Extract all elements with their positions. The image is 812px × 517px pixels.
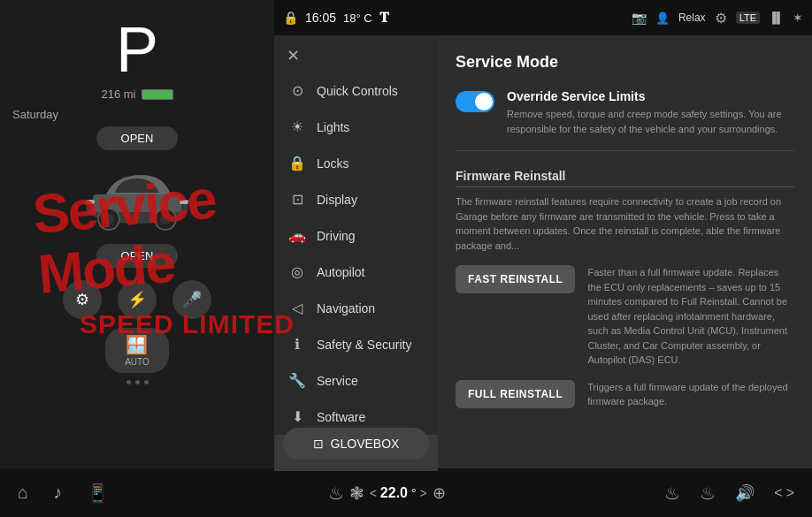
glovebox-button[interactable]: ⊡ GLOVEBOX xyxy=(283,428,429,460)
nav-forward-button[interactable]: > xyxy=(786,485,794,501)
mileage-display: 216 mi xyxy=(101,87,172,101)
menu-item-locks[interactable]: 🔒 Locks xyxy=(274,145,438,181)
gear-indicator: P xyxy=(116,13,158,86)
menu-label-navigation: Navigation xyxy=(317,301,375,316)
menu-item-service[interactable]: 🔧 Service xyxy=(274,362,438,399)
glovebox-label: GLOVEBOX xyxy=(331,437,400,451)
fan-speed-icon[interactable]: ❃ xyxy=(349,483,364,504)
tesla-logo: 𝐓 xyxy=(379,10,389,26)
lights-icon: ☀ xyxy=(288,118,306,135)
speed-value: 22.0 xyxy=(380,485,408,501)
service-icon: 🔧 xyxy=(288,372,306,389)
svg-point-5 xyxy=(160,214,171,224)
day-label: Saturday xyxy=(12,108,58,121)
driving-icon: 🚗 xyxy=(288,227,306,244)
menu-label-driving: Driving xyxy=(317,229,356,243)
menu-label-quick-controls: Quick Controls xyxy=(317,84,398,98)
phone-icon[interactable]: 📱 xyxy=(87,483,109,504)
firmware-section: Firmware Reinstall The firmware reinstal… xyxy=(456,169,794,409)
menu-label-autopilot: Autopilot xyxy=(317,265,364,279)
heat-icon[interactable]: ♨ xyxy=(328,483,344,504)
full-reinstall-row: FULL REINSTALL Triggers a full firmware … xyxy=(456,380,794,409)
bluetooth-icon[interactable]: ✶ xyxy=(793,11,803,25)
signal-bars-icon: ▐▌ xyxy=(769,11,784,24)
open-button-top[interactable]: OPEN xyxy=(96,126,179,150)
nav-back-button[interactable]: < xyxy=(774,485,782,501)
svg-rect-6 xyxy=(86,200,95,204)
firmware-title: Firmware Reinstall xyxy=(456,169,794,187)
media-button-1[interactable]: ⚙ xyxy=(63,280,102,319)
media-controls-row: ⚙ ⚡ 🎤 xyxy=(63,280,211,319)
rear-heat-icon[interactable]: ♨ xyxy=(700,483,716,504)
menu-label-display: Display xyxy=(317,193,357,207)
toggle-knob xyxy=(475,93,493,110)
top-bar-left: 🔒 16:05 18° C 𝐓 xyxy=(283,10,389,26)
menu-item-lights[interactable]: ☀ Lights xyxy=(274,109,438,145)
wiper-label: AUTO xyxy=(125,357,149,367)
dot-3 xyxy=(144,380,149,384)
service-mode-panel: Service Mode Override Service Limits Rem… xyxy=(438,35,812,468)
close-menu-button[interactable]: ✕ xyxy=(274,42,438,72)
full-reinstall-button[interactable]: FULL REINSTALL xyxy=(456,380,575,408)
quick-controls-icon: ⊙ xyxy=(288,82,306,99)
degree-symbol: ° xyxy=(411,486,417,500)
page-dots xyxy=(126,380,149,384)
seat-heat-icon[interactable]: ♨ xyxy=(664,483,680,504)
nav-arrows: < > xyxy=(774,485,794,501)
chevron-right[interactable]: > xyxy=(420,486,427,500)
top-bar-right: 📷 👤 Relax ⚙ LTE ▐▌ ✶ xyxy=(632,10,803,27)
glovebox-icon: ⊡ xyxy=(313,437,324,451)
bottom-nav-right: ♨ ♨ 🔊 < > xyxy=(664,483,794,504)
music-icon[interactable]: ♪ xyxy=(53,483,62,503)
volume-icon[interactable]: 🔊 xyxy=(735,483,755,503)
locks-icon: 🔒 xyxy=(288,155,306,171)
svg-point-3 xyxy=(103,214,114,224)
safety-icon: ℹ xyxy=(288,336,306,353)
dot-2 xyxy=(135,380,140,384)
service-panel-title: Service Mode xyxy=(456,53,794,72)
home-icon[interactable]: ⌂ xyxy=(18,483,28,503)
menu-item-safety[interactable]: ℹ Safety & Security xyxy=(274,326,438,362)
menu-label-lights: Lights xyxy=(317,120,349,134)
wiper-button[interactable]: 🪟 AUTO xyxy=(105,328,169,373)
menu-item-driving[interactable]: 🚗 Driving xyxy=(274,217,438,254)
charge-button[interactable]: ⚡ xyxy=(118,280,157,319)
fast-reinstall-button[interactable]: FAST REINSTALL xyxy=(456,265,575,293)
profile-icon[interactable]: 👤 xyxy=(655,11,670,25)
menu-label-locks: Locks xyxy=(317,156,349,171)
override-toggle[interactable] xyxy=(456,91,494,112)
bottom-nav-left: ⌂ ♪ 📱 xyxy=(18,483,109,504)
fast-reinstall-description: Faster than a full firmware update. Repl… xyxy=(587,265,794,368)
menu-item-autopilot[interactable]: ◎ Autopilot xyxy=(274,254,438,290)
open-button-bottom[interactable]: OPEN xyxy=(96,244,179,268)
navigation-icon: ◁ xyxy=(288,300,306,316)
lock-icon: 🔒 xyxy=(283,11,298,25)
temperature-display: 18° C xyxy=(343,11,372,25)
settings-icon[interactable]: ⚙ xyxy=(715,10,727,27)
display-icon: ⊡ xyxy=(288,191,306,208)
chevron-left[interactable]: < xyxy=(370,486,377,500)
dot-1 xyxy=(126,380,131,384)
speed-display: < 22.0 ° > xyxy=(370,485,427,501)
bottom-bar: ⌂ ♪ 📱 ♨ ❃ < 22.0 ° > ⊕ ♨ ♨ 🔊 < > xyxy=(0,468,812,517)
voice-button[interactable]: 🎤 xyxy=(172,280,211,319)
lte-badge: LTE xyxy=(736,11,760,24)
menu-item-display[interactable]: ⊡ Display xyxy=(274,181,438,217)
firmware-description: The firmware reinstall features require … xyxy=(456,194,794,253)
menu-label-software: Software xyxy=(317,410,365,424)
override-row: Override Service Limits Remove speed, to… xyxy=(456,89,794,151)
top-bar: 🔒 16:05 18° C 𝐓 📷 👤 Relax ⚙ LTE ▐▌ ✶ xyxy=(274,0,812,35)
battery-bar xyxy=(142,89,173,100)
fan-icon-right[interactable]: ⊕ xyxy=(433,483,446,503)
menu-item-quick-controls[interactable]: ⊙ Quick Controls xyxy=(274,72,438,109)
override-description: Remove speed, torque and creep mode safe… xyxy=(507,107,794,136)
menu-item-navigation[interactable]: ◁ Navigation xyxy=(274,290,438,326)
bottom-center-controls: ♨ ❃ < 22.0 ° > ⊕ xyxy=(328,483,446,504)
relax-label: Relax xyxy=(678,11,706,24)
menu-label-service: Service xyxy=(317,374,358,388)
software-icon: ⬇ xyxy=(288,408,306,425)
car-image xyxy=(75,150,199,239)
svg-rect-7 xyxy=(180,200,188,204)
override-label: Override Service Limits xyxy=(507,89,794,103)
camera-icon[interactable]: 📷 xyxy=(632,11,647,25)
